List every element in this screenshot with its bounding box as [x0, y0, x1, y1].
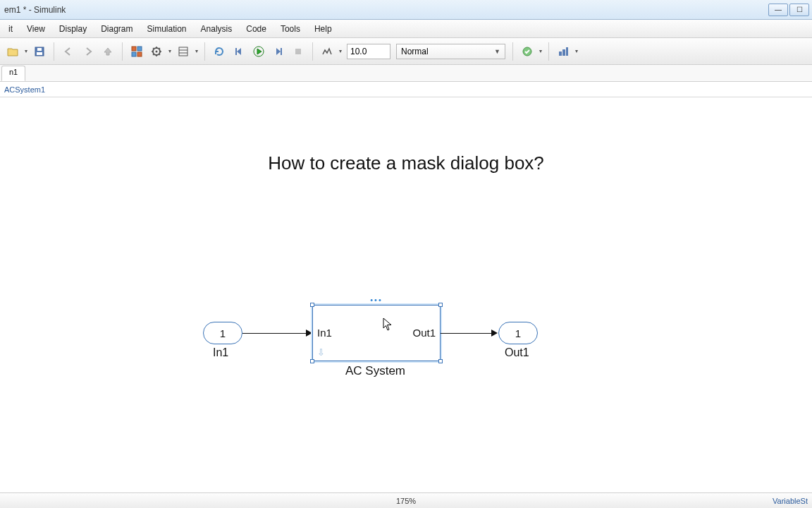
- breadcrumb-root[interactable]: ACSystem1: [4, 85, 45, 94]
- resize-handle[interactable]: [310, 359, 314, 363]
- svg-rect-1: [37, 52, 42, 55]
- breadcrumb[interactable]: ACSystem1: [0, 82, 812, 97]
- svg-point-8: [156, 50, 158, 52]
- svg-rect-19: [566, 47, 568, 56]
- outport-value: 1: [515, 327, 521, 339]
- svg-rect-2: [37, 48, 42, 51]
- library-browser-button[interactable]: [127, 42, 147, 61]
- svg-rect-12: [235, 48, 237, 55]
- subsystem-in-label: In1: [317, 327, 332, 339]
- simulation-mode-value: Normal: [401, 47, 429, 56]
- subsystem-block[interactable]: ••• In1 Out1 ⇩: [312, 305, 441, 361]
- svg-rect-4: [137, 47, 142, 51]
- outport-label[interactable]: Out1: [505, 346, 529, 359]
- signal-out[interactable]: [441, 333, 494, 334]
- canvas[interactable]: How to create a mask dialog box? 1 In1 •…: [0, 97, 812, 490]
- inport-value: 1: [220, 327, 226, 339]
- annotation-text[interactable]: How to create a mask dialog box?: [268, 152, 544, 174]
- resize-handle[interactable]: [438, 303, 443, 307]
- signal-in[interactable]: [242, 333, 309, 334]
- model-advisor-button[interactable]: [517, 42, 537, 61]
- stop-button[interactable]: [288, 42, 308, 61]
- forward-button[interactable]: [78, 42, 98, 61]
- run-button[interactable]: [249, 42, 269, 61]
- step-back-button[interactable]: [229, 42, 249, 61]
- menubar: it View Display Diagram Simulation Analy…: [0, 20, 812, 38]
- menu-code[interactable]: Code: [239, 21, 273, 37]
- advisor-dropdown[interactable]: ▾: [537, 48, 544, 54]
- build-button[interactable]: [553, 42, 573, 61]
- menu-view[interactable]: View: [20, 21, 52, 37]
- outport-block[interactable]: 1: [498, 322, 538, 344]
- statusbar: 175% VariableSt: [0, 492, 812, 508]
- resize-handle[interactable]: [310, 303, 314, 307]
- svg-rect-15: [295, 49, 301, 54]
- inport-label[interactable]: In1: [213, 346, 228, 359]
- subsystem-name[interactable]: AC System: [345, 364, 405, 378]
- tab-model[interactable]: n1: [1, 66, 25, 81]
- svg-rect-9: [179, 47, 187, 56]
- step-forward-button[interactable]: [269, 42, 288, 61]
- svg-rect-17: [559, 52, 562, 56]
- record-dropdown[interactable]: ▾: [337, 48, 344, 54]
- arrowhead-icon: [306, 329, 312, 337]
- open-button[interactable]: [3, 42, 23, 61]
- resize-handle[interactable]: [438, 359, 443, 363]
- save-button[interactable]: [30, 42, 49, 61]
- menu-help[interactable]: Help: [307, 21, 339, 37]
- up-button[interactable]: [98, 42, 118, 61]
- model-explorer-button[interactable]: [173, 42, 193, 61]
- menu-display[interactable]: Display: [52, 21, 94, 37]
- model-config-button[interactable]: [147, 42, 166, 61]
- look-inside-icon[interactable]: ⇩: [317, 347, 325, 358]
- back-button[interactable]: [59, 42, 78, 61]
- window-title: em1 * - Simulink: [3, 5, 767, 15]
- subsystem-out-label: Out1: [412, 327, 436, 339]
- update-diagram-button[interactable]: [209, 42, 229, 61]
- menu-edit[interactable]: it: [1, 21, 20, 37]
- explorer-dropdown[interactable]: ▾: [193, 48, 200, 54]
- minimize-button[interactable]: —: [768, 4, 788, 16]
- arrowhead-icon: [491, 329, 498, 337]
- titlebar: em1 * - Simulink — ☐: [0, 0, 812, 20]
- open-dropdown[interactable]: ▾: [23, 48, 30, 54]
- inport-block[interactable]: 1: [203, 322, 242, 344]
- config-dropdown[interactable]: ▾: [166, 48, 173, 54]
- svg-rect-18: [562, 49, 565, 56]
- maximize-button[interactable]: ☐: [789, 4, 809, 16]
- toolbar: ▾ ▾ ▾ ▾ Normal ▼ ▾ ▾: [0, 38, 812, 65]
- menu-analysis[interactable]: Analysis: [194, 21, 240, 37]
- chevron-down-icon: ▼: [494, 48, 500, 55]
- menu-tools[interactable]: Tools: [273, 21, 307, 37]
- zoom-level[interactable]: 175%: [396, 497, 416, 505]
- status-right: VariableSt: [773, 497, 808, 505]
- svg-rect-14: [281, 48, 282, 55]
- build-dropdown[interactable]: ▾: [573, 48, 580, 54]
- menu-simulation[interactable]: Simulation: [140, 21, 194, 37]
- svg-rect-5: [132, 52, 136, 56]
- menu-diagram[interactable]: Diagram: [94, 21, 140, 37]
- svg-rect-6: [137, 52, 142, 56]
- simulation-mode-select[interactable]: Normal ▼: [396, 44, 505, 59]
- tab-strip: n1: [0, 65, 812, 82]
- action-dots-icon[interactable]: •••: [370, 296, 383, 304]
- record-button[interactable]: [317, 42, 337, 61]
- svg-rect-3: [132, 47, 136, 51]
- stop-time-input[interactable]: [347, 44, 390, 59]
